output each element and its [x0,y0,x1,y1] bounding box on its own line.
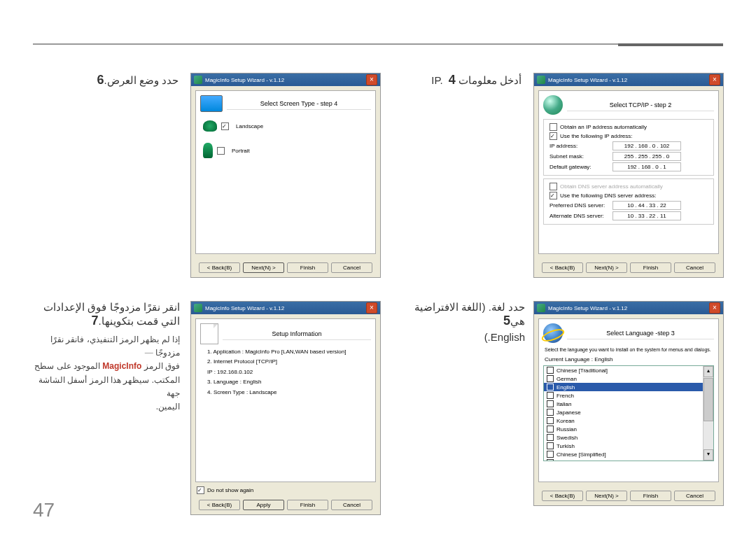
monitor-icon [200,95,223,112]
checkbox-auto-ip[interactable] [550,123,557,131]
next-button[interactable]: Next(N) > [243,262,284,273]
close-icon[interactable]: × [709,74,720,85]
globe-icon [543,95,563,115]
app-icon [194,304,202,312]
back-button[interactable]: < Back(B) [199,500,240,510]
cancel-button[interactable]: Cancel [674,262,715,273]
titlebar: MagicInfo Setup Wizard - v.1.12 × [191,302,380,314]
adns-field[interactable]: 10 . 33 . 22 . 11 [612,211,681,220]
dialog-setupinfo: MagicInfo Setup Wizard - v.1.12 × Setup … [190,301,381,515]
checkbox-landscape[interactable] [221,122,229,130]
cancel-button[interactable]: Cancel [674,491,715,501]
dialog-screentype: MagicInfo Setup Wizard - v.1.12 × Select… [190,73,381,278]
section-title: Select Language -step 3 [567,328,714,339]
dialog-title: MagicInfo Setup Wizard - v.1.12 [205,305,284,311]
close-icon[interactable]: × [366,74,377,85]
checkbox-auto-dns [550,183,557,190]
section-title: Setup Information [223,328,371,340]
lang-prompt: Select the language you want to install … [545,347,713,352]
language-list[interactable]: Chinese [Traditional] German English Fre… [543,365,714,461]
step-5-head: حدد لغة. (اللغة الافتراضية هي5 [388,301,525,328]
checkbox-use-dns[interactable] [550,192,557,199]
tree-icon [203,143,213,158]
step-7-note: إذا لم يظهر الرمز التنفيذي، فانقر نقرًا … [33,333,180,414]
titlebar: MagicInfo Setup Wizard - v.1.12 × [534,73,723,86]
step-4-head: أدخل معلومات IP.4 [396,73,522,87]
app-icon [194,76,202,84]
dialog-title: MagicInfo Setup Wizard - v.1.12 [548,305,627,311]
dialog-language: MagicInfo Setup Wizard - v.1.12 × Select… [533,301,724,506]
app-icon [537,304,545,312]
checkbox-noshow[interactable] [197,486,204,494]
finish-button[interactable]: Finish [630,262,671,273]
section-title: Select TCP/IP - step 2 [567,99,714,111]
pdns-field[interactable]: 10 . 44 . 33 . 22 [612,201,681,210]
current-lang: Current Language : English [545,356,713,363]
app-icon [537,76,545,84]
titlebar: MagicInfo Setup Wizard - v.1.12 × [534,302,723,314]
dialog-tcpip: MagicInfo Setup Wizard - v.1.12 × Select… [533,73,724,278]
scroll-thumb[interactable] [704,378,713,421]
finish-button[interactable]: Finish [287,500,328,510]
dialog-title: MagicInfo Setup Wizard - v.1.12 [205,77,284,83]
back-button[interactable]: < Back(B) [542,262,583,273]
close-icon[interactable]: × [366,302,377,314]
titlebar: MagicInfo Setup Wizard - v.1.12 × [191,73,380,86]
step-5-sub: English.) [388,331,525,343]
cancel-button[interactable]: Cancel [331,500,372,510]
gateway-field[interactable]: 192 . 168 . 0 . 1 [612,162,681,171]
page-number: 47 [33,499,55,521]
scroll-down-icon[interactable]: ▾ [704,449,713,461]
next-button[interactable]: Next(N) > [586,491,627,501]
checkbox-portrait[interactable] [217,147,225,155]
back-button[interactable]: < Back(B) [199,262,240,273]
ie-icon [543,323,563,343]
cancel-button[interactable]: Cancel [331,262,372,273]
close-icon[interactable]: × [709,302,720,314]
portrait-option[interactable]: Portrait [200,141,371,160]
subnet-field[interactable]: 255 . 255 . 255 . 0 [612,152,681,161]
scroll-up-icon[interactable]: ▴ [704,366,713,377]
next-button[interactable]: Next(N) > [586,262,627,273]
setup-info-text: 1. Application : MagicInfo Pro [LAN,WAN … [200,344,371,400]
landscape-option[interactable]: Landscape [200,119,371,133]
step-7-head: انقر نقرًا مزدوجًا فوق الإعدادات التي قم… [33,301,180,328]
tree-icon [203,120,217,132]
finish-button[interactable]: Finish [287,262,328,273]
back-button[interactable]: < Back(B) [542,491,583,501]
page-divider-accent [618,43,723,46]
ip-field[interactable]: 192 . 168 . 0 . 102 [612,141,681,150]
section-title: Select Screen Type - step 4 [227,98,371,110]
doc-icon [200,323,218,344]
apply-button[interactable]: Apply [243,500,284,510]
step-6-head: حدد وضع العرض.6 [52,73,178,87]
finish-button[interactable]: Finish [630,491,671,501]
checkbox-use-ip[interactable] [550,132,557,140]
dialog-title: MagicInfo Setup Wizard - v.1.12 [548,77,627,83]
scrollbar[interactable]: ▴ ▾ [703,366,713,461]
